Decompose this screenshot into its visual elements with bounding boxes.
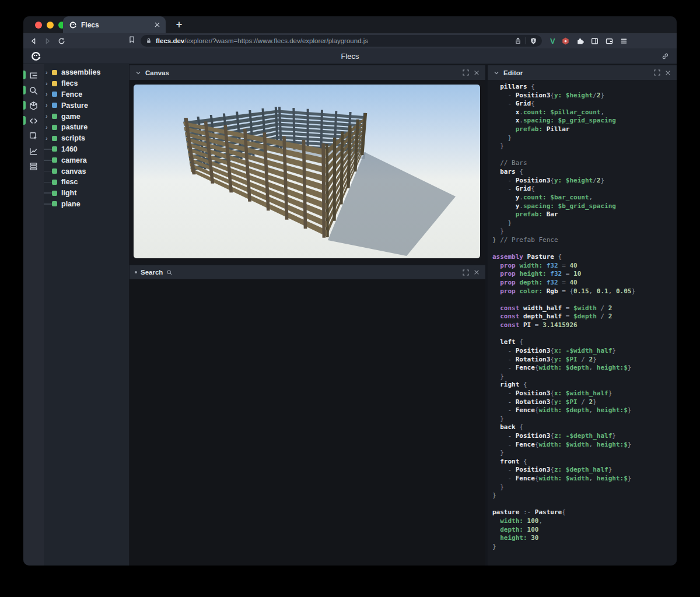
tree-item-light[interactable]: light: [44, 188, 129, 199]
tree-item-game[interactable]: ›game: [44, 111, 129, 122]
code-line: }: [492, 227, 677, 236]
code-line: - Fence{width: $depth, height:$}: [492, 364, 677, 373]
tab-close-icon[interactable]: [155, 22, 160, 27]
tree-item-canvas[interactable]: canvas: [44, 166, 129, 177]
code-line: - Fence{width: $width, height:$}: [492, 475, 677, 483]
flecs-logo[interactable]: [30, 51, 41, 62]
menu-icon[interactable]: [620, 37, 628, 45]
app-header: Flecs: [23, 48, 677, 64]
sidebar-button-inspector-icon[interactable]: [23, 128, 44, 143]
tree-item-flecs[interactable]: ›flecs: [44, 78, 129, 89]
canvas-panel: Canvas: [130, 65, 485, 264]
extension-badge-icon[interactable]: [561, 37, 570, 45]
code-line: front {: [492, 458, 677, 466]
code-line: prop depth: f32 = 40: [492, 279, 677, 287]
code-line: x.spacing: $p_grid_spacing: [492, 117, 677, 125]
close-window-button[interactable]: [35, 22, 42, 29]
expand-chevron-icon[interactable]: ›: [44, 69, 48, 76]
code-editor[interactable]: pillars { - Position3{y: $height/2} - Gr…: [488, 80, 677, 552]
entity-kind-swatch: [52, 92, 57, 97]
tree-item-Pasture[interactable]: ›Pasture: [44, 100, 129, 111]
expand-chevron-icon[interactable]: ›: [44, 124, 48, 131]
fullscreen-icon[interactable]: [653, 69, 661, 76]
tree-item-Fence[interactable]: ›Fence: [44, 89, 129, 100]
expand-chevron-icon[interactable]: ›: [44, 135, 48, 142]
chevron-down-icon[interactable]: [493, 69, 500, 76]
fullscreen-icon[interactable]: [462, 69, 470, 76]
expand-chevron-icon[interactable]: ›: [44, 113, 48, 120]
tree-item-flesc[interactable]: flesc: [44, 177, 129, 188]
search-panel-header: Search: [130, 265, 485, 279]
entity-kind-swatch: [52, 70, 57, 75]
tree-item-label: game: [61, 113, 80, 121]
vue-devtools-icon[interactable]: V: [550, 37, 555, 45]
brave-shield-icon[interactable]: [530, 37, 537, 45]
bookmark-icon[interactable]: [128, 36, 136, 44]
sidebar-toggle-icon[interactable]: [590, 37, 599, 45]
code-line: depth: 100: [492, 526, 677, 535]
code-line: prefab: Pillar: [492, 125, 677, 134]
sidebar-button-query-search-icon[interactable]: [23, 83, 44, 98]
new-tab-button[interactable]: +: [170, 16, 188, 33]
tree-item-assemblies[interactable]: ›assemblies: [44, 67, 129, 78]
browser-tab[interactable]: Flecs: [63, 16, 166, 33]
url-text[interactable]: flecs.dev/explorer/?wasm=https://www.fle…: [156, 37, 510, 44]
entity-tree-icon: [29, 71, 38, 80]
sidebar-button-script-code-icon[interactable]: [23, 113, 44, 128]
tree-item-scripts[interactable]: ›scripts: [44, 133, 129, 144]
tab-title: Flecs: [81, 21, 150, 29]
code-line: - Rotation3{y: $PI / 2}: [492, 398, 677, 407]
code-line: width: 100,: [492, 517, 677, 526]
sidebar-button-tables-icon[interactable]: [23, 159, 44, 174]
expand-chevron-icon[interactable]: ›: [44, 102, 48, 108]
share-icon[interactable]: [514, 37, 522, 45]
tree-item-camera[interactable]: camera: [44, 154, 129, 166]
code-line: - Fence{width: $width, height:$}: [492, 441, 677, 449]
code-line: [492, 245, 677, 254]
sidebar-button-scene-cube-icon[interactable]: [23, 98, 44, 113]
icon-sidebar: [23, 64, 44, 566]
close-icon[interactable]: [473, 269, 480, 276]
code-line: [492, 151, 677, 160]
sidebar-button-stats-chart-icon[interactable]: [23, 143, 44, 159]
chevron-down-icon[interactable]: [135, 69, 142, 76]
code-line: bars {: [492, 168, 677, 177]
tree-item-plane[interactable]: plane: [44, 199, 129, 210]
browser-window: Flecs +: [23, 16, 677, 566]
tree-connector: [44, 182, 52, 183]
inspector-icon: [29, 131, 38, 141]
extensions-puzzle-icon[interactable]: [576, 37, 584, 45]
expand-chevron-icon[interactable]: ›: [44, 91, 48, 97]
fullscreen-icon[interactable]: [462, 269, 470, 276]
search-results-area[interactable]: [130, 279, 485, 566]
divider: [526, 37, 526, 44]
link-icon[interactable]: [661, 52, 670, 61]
expand-chevron-icon[interactable]: ›: [44, 80, 48, 87]
active-indicator: [23, 116, 26, 125]
tree-item-1460[interactable]: 1460: [44, 144, 129, 155]
canvas-3d-scene[interactable]: [134, 85, 480, 258]
forward-button[interactable]: [43, 37, 52, 45]
address-bar[interactable]: flecs.dev/explorer/?wasm=https://www.fle…: [141, 35, 542, 47]
reload-button[interactable]: [57, 37, 66, 45]
code-line: - Fence{width: $depth, height:$}: [492, 406, 677, 415]
traffic-lights[interactable]: [35, 22, 65, 29]
entity-kind-swatch: [52, 114, 57, 119]
back-button[interactable]: [29, 37, 38, 45]
code-line: pasture :- Pasture{: [492, 508, 677, 517]
wallet-icon[interactable]: [605, 37, 614, 45]
collapsed-indicator[interactable]: [135, 271, 137, 273]
tree-item-pasture[interactable]: ›pasture: [44, 122, 129, 133]
active-indicator: [23, 71, 26, 79]
close-icon[interactable]: [473, 69, 480, 76]
code-line: }: [492, 415, 677, 424]
tree-connector: [44, 160, 52, 161]
code-line: }: [492, 134, 677, 143]
search-icon: [166, 269, 173, 276]
close-icon[interactable]: [664, 69, 671, 76]
search-panel-title: Search: [141, 269, 163, 276]
minimize-window-button[interactable]: [47, 22, 54, 29]
sidebar-button-entity-tree-icon[interactable]: [23, 68, 44, 83]
code-line: const PI = 3.1415926: [492, 321, 677, 330]
code-line: }: [492, 142, 677, 151]
